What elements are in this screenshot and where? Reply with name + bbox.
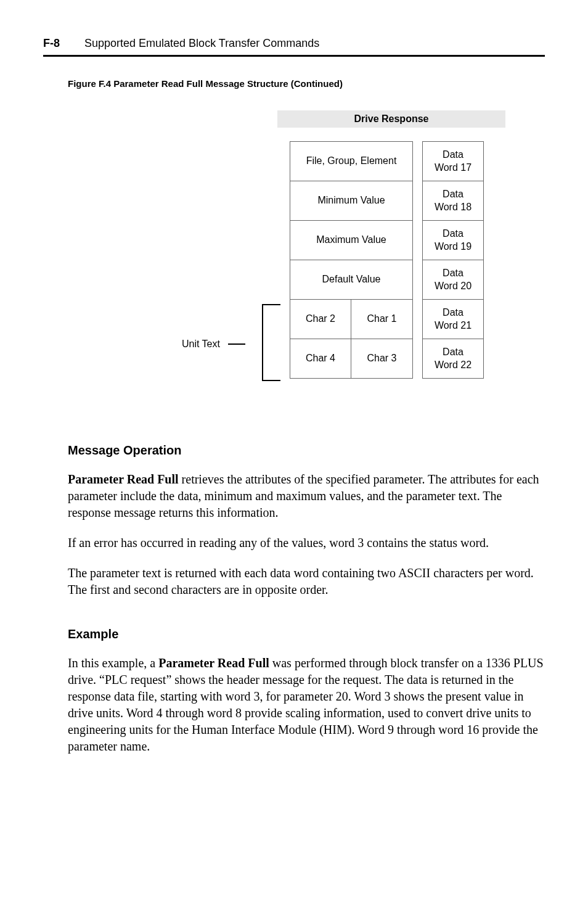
body-paragraph: If an error has occurred in reading any …	[68, 535, 545, 551]
unit-text-label: Unit Text	[182, 339, 220, 350]
figure-diagram: Drive Response File, Group, ElementMinim…	[43, 110, 545, 406]
table-cell-half: Char 4	[290, 339, 351, 378]
table-cell: Data Word 18	[422, 181, 484, 221]
page-header-title: Supported Emulated Block Transfer Comman…	[84, 37, 319, 50]
drive-response-header: Drive Response	[277, 110, 505, 128]
table-cell: Data Word 21	[422, 299, 484, 339]
section-heading-example: Example	[68, 627, 545, 641]
table-cell: Maximum Value	[290, 220, 413, 260]
paragraph-text: was performed through block transfer on …	[68, 656, 544, 753]
table-cell: Default Value	[290, 260, 413, 300]
figure-caption: Figure F.4 Parameter Read Full Message S…	[68, 78, 545, 89]
table-cell: Data Word 19	[422, 220, 484, 260]
bracket-icon	[243, 304, 280, 381]
paragraph-text: In this example, a	[68, 656, 158, 670]
table-cell: Char 4Char 3	[290, 339, 413, 379]
bold-term: Parameter Read Full	[68, 472, 179, 486]
table-cell: Minimum Value	[290, 181, 413, 221]
body-paragraph: The parameter text is returned with each…	[68, 565, 545, 598]
table-cell: Char 2Char 1	[290, 299, 413, 339]
bold-term: Parameter Read Full	[158, 656, 269, 670]
section-heading-message-operation: Message Operation	[68, 443, 545, 458]
table-cell: Data Word 20	[422, 260, 484, 300]
table-cell-half: Char 3	[351, 339, 412, 378]
table-cell-half: Char 2	[290, 300, 351, 339]
connector-line	[228, 343, 245, 345]
table-cell-half: Char 1	[351, 300, 412, 339]
table-cell: Data Word 17	[422, 141, 484, 181]
table-cell: Data Word 22	[422, 339, 484, 379]
body-paragraph: In this example, a Parameter Read Full w…	[68, 655, 545, 755]
table-cell: File, Group, Element	[290, 141, 413, 181]
table-left-column: File, Group, ElementMinimum ValueMaximum…	[290, 141, 413, 378]
table-right-column: Data Word 17Data Word 18Data Word 19Data…	[422, 141, 484, 378]
page-number: F-8	[43, 37, 60, 50]
page-header: F-8 Supported Emulated Block Transfer Co…	[43, 37, 545, 57]
body-paragraph: Parameter Read Full retrieves the attrib…	[68, 471, 545, 521]
